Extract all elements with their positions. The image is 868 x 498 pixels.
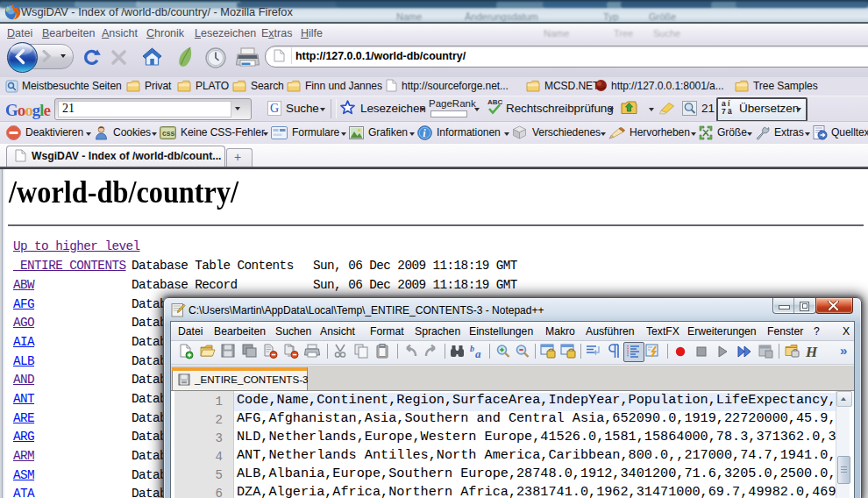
svg-text:b: b (470, 344, 474, 353)
svg-text:css: css (162, 129, 174, 138)
svg-text:a: a (475, 347, 481, 359)
svg-text:G: G (270, 102, 279, 115)
svg-text:H: H (805, 344, 818, 359)
